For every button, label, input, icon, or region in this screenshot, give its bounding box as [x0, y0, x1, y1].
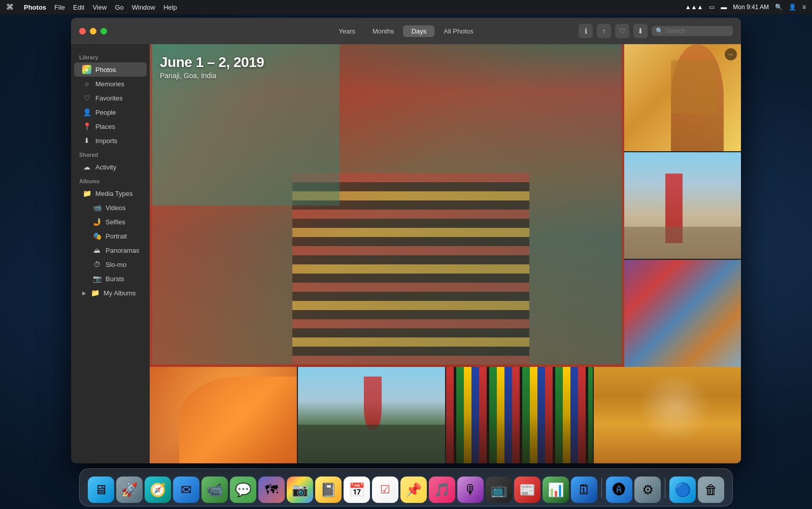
dock-notes[interactable]: 📓 — [315, 477, 342, 503]
bottom-photo-girl-rocks[interactable] — [298, 367, 445, 463]
dock-calendar[interactable]: 📅 — [344, 477, 370, 503]
sidebar-item-people[interactable]: 👤 People — [74, 105, 147, 119]
info-button[interactable]: ℹ — [579, 24, 593, 38]
finder-icon: 🖥 — [94, 482, 108, 498]
dock-keynote[interactable]: 🗓 — [571, 477, 597, 503]
dock-news[interactable]: 📰 — [514, 477, 540, 503]
places-icon: 📍 — [82, 122, 91, 131]
dock-messages[interactable]: 💬 — [230, 477, 256, 503]
bottom-photo-dancer[interactable] — [594, 367, 741, 463]
dock-screen-item[interactable]: 🔵 — [669, 477, 696, 503]
more-options-button[interactable]: ··· — [725, 48, 737, 60]
tab-months[interactable]: Months — [364, 25, 402, 37]
sidebar-item-videos[interactable]: 📹 Videos — [74, 200, 147, 215]
dock-maps[interactable]: 🗺 — [258, 477, 285, 503]
bottom-photo-orange-scarf[interactable] — [150, 367, 297, 463]
dock-trash[interactable]: 🗑 — [698, 477, 724, 503]
sidebar-item-activity[interactable]: ☁ Activity — [74, 160, 147, 174]
dock-numbers[interactable]: 📊 — [543, 477, 569, 503]
numbers-icon: 📊 — [548, 482, 564, 498]
bottom-row — [150, 367, 741, 463]
dock-launchpad[interactable]: 🚀 — [116, 477, 143, 503]
tab-years[interactable]: Years — [330, 25, 363, 37]
people-icon: 👤 — [82, 108, 91, 117]
maps-icon: 🗺 — [265, 482, 278, 498]
dock-stickies[interactable]: 📌 — [400, 477, 427, 503]
search-box[interactable]: 🔍 — [652, 26, 733, 36]
share-button[interactable]: ↑ — [597, 24, 611, 38]
dock-reminders[interactable]: ☑ — [372, 477, 398, 503]
apple-menu[interactable]: ⌘ — [6, 3, 14, 12]
dock-appletv[interactable]: 📺 — [486, 477, 512, 503]
screen-icon: 🔵 — [674, 482, 691, 498]
sidebar-label-memories: Memories — [95, 80, 124, 88]
my-albums-expand-icon: ▶ — [82, 290, 86, 296]
sidebar-item-imports[interactable]: ⬇ Imports — [74, 133, 147, 148]
sidebar-label-people: People — [95, 109, 116, 116]
import-button[interactable]: ⬇ — [633, 24, 648, 38]
sidebar-item-my-albums[interactable]: ▶ 📁 My Albums — [74, 286, 147, 300]
dock-system-preferences[interactable]: ⚙ — [634, 477, 661, 503]
sidebar-item-selfies[interactable]: 🤳 Selfies — [74, 215, 147, 229]
sidebar-item-places[interactable]: 📍 Places — [74, 119, 147, 133]
dock-safari[interactable]: 🧭 — [145, 477, 171, 503]
screen-mirroring-icon: ▭ — [709, 4, 715, 11]
keynote-icon: 🗓 — [578, 482, 591, 498]
thumb-photo-red-sari-walk[interactable] — [624, 152, 741, 259]
thumb-photo-man-yellow[interactable]: ··· — [624, 44, 741, 151]
my-albums-icon: 📁 — [90, 288, 99, 297]
shared-header: Shared — [71, 148, 150, 160]
tab-days[interactable]: Days — [403, 25, 435, 37]
dock-music[interactable]: 🎵 — [429, 477, 455, 503]
heart-icon: ♡ — [619, 27, 626, 35]
search-input[interactable] — [666, 27, 727, 35]
dock-photos[interactable]: 📷 — [287, 477, 313, 503]
sidebar-item-photos[interactable]: ● Photos — [74, 62, 147, 77]
menu-window[interactable]: Window — [132, 4, 155, 11]
sari-closeup-bg — [624, 260, 741, 367]
dancer-bg — [594, 367, 741, 463]
control-center-icon[interactable]: ≡ — [802, 4, 806, 11]
sidebar-item-media-types[interactable]: 📁 Media Types — [74, 186, 147, 200]
maximize-button[interactable] — [100, 28, 107, 35]
dock-finder[interactable]: 🖥 — [88, 477, 114, 503]
main-content: Library ● Photos ○ Memories ♡ Favorites … — [71, 44, 741, 463]
sidebar-label-places: Places — [95, 123, 115, 130]
sidebar-label-videos: Videos — [106, 204, 126, 212]
sidebar-item-panoramas[interactable]: ⛰ Panoramas — [74, 243, 147, 257]
girl-rocks-bg — [298, 367, 445, 463]
dock-facetime[interactable]: 📹 — [201, 477, 228, 503]
sidebar-item-bursts[interactable]: 📷 Bursts — [74, 272, 147, 286]
photos-dock-icon: 📷 — [292, 482, 308, 498]
notes-icon: 📓 — [320, 482, 336, 498]
bottom-photo-fabric[interactable] — [446, 367, 593, 463]
dock-appstore[interactable]: 🅐 — [606, 477, 632, 503]
menu-go[interactable]: Go — [115, 4, 123, 11]
minimize-button[interactable] — [90, 28, 96, 35]
date-title: June 1 – 2, 2019 — [160, 54, 264, 71]
tab-all-photos[interactable]: All Photos — [435, 25, 482, 37]
dock-mail[interactable]: ✉ — [173, 477, 199, 503]
user-avatar[interactable]: 👤 — [789, 4, 796, 11]
main-photo[interactable] — [150, 44, 624, 367]
photos-window: Years Months Days All Photos ℹ ↑ ♡ ⬇ 🔍 — [71, 18, 741, 463]
close-button[interactable] — [79, 28, 86, 35]
menu-view[interactable]: View — [92, 4, 107, 11]
menu-edit[interactable]: Edit — [73, 4, 84, 11]
sidebar-label-my-albums: My Albums — [104, 289, 136, 297]
dock-podcasts[interactable]: 🎙 — [457, 477, 484, 503]
date-subtitle: Panaji, Goa, India — [160, 72, 264, 80]
favorite-button[interactable]: ♡ — [615, 24, 629, 38]
menubar: ⌘ Photos File Edit View Go Window Help ▲… — [0, 0, 812, 14]
app-menu-photos[interactable]: Photos — [24, 4, 46, 11]
menu-file[interactable]: File — [54, 4, 65, 11]
menu-help[interactable]: Help — [163, 4, 177, 11]
wifi-icon: ▲▲▲ — [685, 4, 703, 11]
clock: Mon 9:41 AM — [733, 4, 769, 11]
sidebar-item-slo-mo[interactable]: ⏱ Slo-mo — [74, 257, 147, 272]
sidebar-item-portrait[interactable]: 🎭 Portrait — [74, 229, 147, 243]
sidebar-item-memories[interactable]: ○ Memories — [74, 77, 147, 91]
sidebar-item-favorites[interactable]: ♡ Favorites — [74, 91, 147, 105]
thumb-photo-colorful-sari[interactable] — [624, 260, 741, 367]
search-icon[interactable]: 🔍 — [775, 4, 783, 11]
